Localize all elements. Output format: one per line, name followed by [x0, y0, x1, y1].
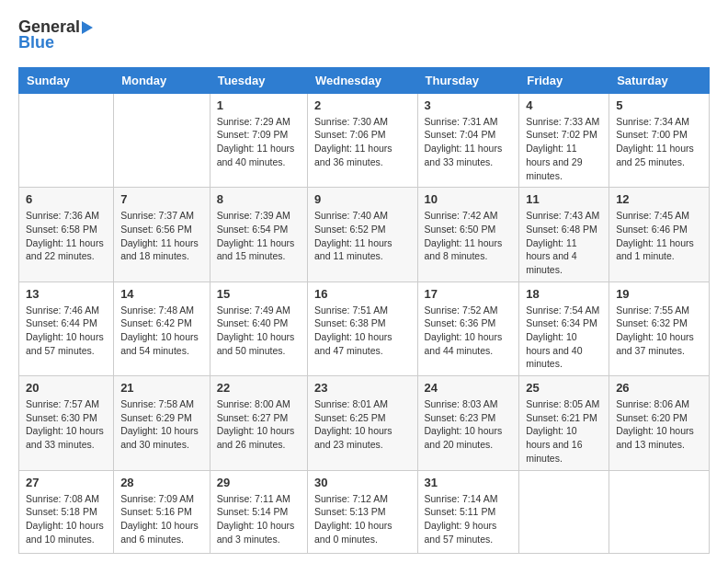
- day-detail: Sunrise: 7:42 AMSunset: 6:50 PMDaylight:…: [425, 209, 513, 263]
- day-number: 23: [314, 381, 411, 395]
- day-number: 20: [26, 381, 107, 395]
- day-number: 10: [425, 192, 513, 206]
- day-detail: Sunrise: 8:03 AMSunset: 6:23 PMDaylight:…: [425, 397, 513, 452]
- calendar-table: SundayMondayTuesdayWednesdayThursdayFrid…: [18, 67, 710, 554]
- calendar-cell: 12Sunrise: 7:45 AMSunset: 6:46 PMDayligh…: [609, 188, 710, 282]
- calendar-cell: [519, 470, 609, 553]
- calendar-cell: 21Sunrise: 7:58 AMSunset: 6:29 PMDayligh…: [114, 376, 210, 470]
- calendar-cell: 3Sunrise: 7:31 AMSunset: 7:04 PMDaylight…: [417, 93, 519, 187]
- day-detail: Sunrise: 7:43 AMSunset: 6:48 PMDaylight:…: [526, 209, 602, 276]
- calendar-cell: 5Sunrise: 7:34 AMSunset: 7:00 PMDaylight…: [609, 93, 710, 187]
- calendar-cell: [114, 93, 210, 187]
- day-detail: Sunrise: 7:37 AMSunset: 6:56 PMDaylight:…: [120, 209, 203, 263]
- day-number: 26: [616, 381, 702, 395]
- day-detail: Sunrise: 7:55 AMSunset: 6:32 PMDaylight:…: [616, 304, 702, 358]
- day-number: 12: [616, 192, 702, 206]
- weekday-header-friday: Friday: [519, 67, 609, 93]
- calendar-cell: 26Sunrise: 8:06 AMSunset: 6:20 PMDayligh…: [609, 376, 710, 470]
- day-number: 14: [120, 287, 203, 301]
- day-number: 17: [425, 287, 513, 301]
- calendar-cell: 22Sunrise: 8:00 AMSunset: 6:27 PMDayligh…: [210, 376, 307, 470]
- calendar-week-3: 13Sunrise: 7:46 AMSunset: 6:44 PMDayligh…: [19, 282, 710, 375]
- day-detail: Sunrise: 7:33 AMSunset: 7:02 PMDaylight:…: [526, 115, 602, 182]
- page-header: General Blue: [18, 18, 710, 52]
- day-number: 21: [120, 381, 203, 395]
- day-detail: Sunrise: 7:09 AMSunset: 5:16 PMDaylight:…: [120, 492, 203, 546]
- day-detail: Sunrise: 7:12 AMSunset: 5:13 PMDaylight:…: [314, 492, 411, 546]
- calendar-week-1: 1Sunrise: 7:29 AMSunset: 7:09 PMDaylight…: [19, 93, 710, 187]
- calendar-cell: 14Sunrise: 7:48 AMSunset: 6:42 PMDayligh…: [114, 282, 210, 375]
- day-number: 25: [526, 381, 602, 395]
- day-number: 28: [120, 476, 203, 489]
- weekday-header-sunday: Sunday: [19, 67, 114, 93]
- day-detail: Sunrise: 7:40 AMSunset: 6:52 PMDaylight:…: [314, 209, 411, 263]
- day-number: 5: [616, 98, 702, 112]
- day-number: 8: [217, 192, 301, 206]
- calendar-week-5: 27Sunrise: 7:08 AMSunset: 5:18 PMDayligh…: [19, 470, 710, 553]
- calendar-cell: 10Sunrise: 7:42 AMSunset: 6:50 PMDayligh…: [417, 188, 519, 282]
- day-detail: Sunrise: 8:05 AMSunset: 6:21 PMDaylight:…: [526, 397, 602, 465]
- calendar-week-2: 6Sunrise: 7:36 AMSunset: 6:58 PMDaylight…: [19, 188, 710, 282]
- weekday-header-saturday: Saturday: [609, 67, 710, 93]
- day-number: 24: [425, 381, 513, 395]
- calendar-cell: [19, 93, 114, 187]
- day-number: 9: [314, 192, 411, 206]
- day-number: 27: [26, 476, 107, 489]
- calendar-cell: 27Sunrise: 7:08 AMSunset: 5:18 PMDayligh…: [19, 470, 114, 553]
- day-number: 18: [526, 287, 602, 301]
- calendar-cell: 24Sunrise: 8:03 AMSunset: 6:23 PMDayligh…: [417, 376, 519, 470]
- calendar-cell: 8Sunrise: 7:39 AMSunset: 6:54 PMDaylight…: [210, 188, 307, 282]
- calendar-cell: 31Sunrise: 7:14 AMSunset: 5:11 PMDayligh…: [417, 470, 519, 553]
- day-number: 1: [217, 98, 301, 112]
- calendar-cell: 23Sunrise: 8:01 AMSunset: 6:25 PMDayligh…: [307, 376, 417, 470]
- day-detail: Sunrise: 7:45 AMSunset: 6:46 PMDaylight:…: [616, 209, 702, 263]
- day-detail: Sunrise: 7:30 AMSunset: 7:06 PMDaylight:…: [314, 115, 411, 169]
- day-detail: Sunrise: 7:57 AMSunset: 6:30 PMDaylight:…: [26, 397, 107, 452]
- calendar-cell: 9Sunrise: 7:40 AMSunset: 6:52 PMDaylight…: [307, 188, 417, 282]
- day-number: 7: [120, 192, 203, 206]
- calendar-week-4: 20Sunrise: 7:57 AMSunset: 6:30 PMDayligh…: [19, 376, 710, 470]
- calendar-cell: 13Sunrise: 7:46 AMSunset: 6:44 PMDayligh…: [19, 282, 114, 375]
- day-detail: Sunrise: 7:34 AMSunset: 7:00 PMDaylight:…: [616, 115, 702, 169]
- calendar-cell: 20Sunrise: 7:57 AMSunset: 6:30 PMDayligh…: [19, 376, 114, 470]
- day-detail: Sunrise: 7:29 AMSunset: 7:09 PMDaylight:…: [217, 115, 301, 169]
- calendar-body: 1Sunrise: 7:29 AMSunset: 7:09 PMDaylight…: [19, 93, 710, 553]
- day-number: 22: [217, 381, 301, 395]
- calendar-cell: [609, 470, 710, 553]
- day-number: 19: [616, 287, 702, 301]
- calendar-cell: 6Sunrise: 7:36 AMSunset: 6:58 PMDaylight…: [19, 188, 114, 282]
- weekday-header-monday: Monday: [114, 67, 210, 93]
- day-number: 3: [425, 98, 513, 112]
- calendar-cell: 2Sunrise: 7:30 AMSunset: 7:06 PMDaylight…: [307, 93, 417, 187]
- day-detail: Sunrise: 7:11 AMSunset: 5:14 PMDaylight:…: [217, 492, 301, 546]
- weekday-header-wednesday: Wednesday: [307, 67, 417, 93]
- day-detail: Sunrise: 7:49 AMSunset: 6:40 PMDaylight:…: [217, 304, 301, 358]
- day-detail: Sunrise: 7:54 AMSunset: 6:34 PMDaylight:…: [526, 304, 602, 371]
- calendar-cell: 7Sunrise: 7:37 AMSunset: 6:56 PMDaylight…: [114, 188, 210, 282]
- day-number: 29: [217, 476, 301, 489]
- calendar-cell: 15Sunrise: 7:49 AMSunset: 6:40 PMDayligh…: [210, 282, 307, 375]
- day-detail: Sunrise: 7:46 AMSunset: 6:44 PMDaylight:…: [26, 304, 107, 358]
- calendar-cell: 1Sunrise: 7:29 AMSunset: 7:09 PMDaylight…: [210, 93, 307, 187]
- day-detail: Sunrise: 8:00 AMSunset: 6:27 PMDaylight:…: [217, 397, 301, 452]
- logo: General Blue: [18, 18, 95, 52]
- calendar-header-row: SundayMondayTuesdayWednesdayThursdayFrid…: [19, 67, 710, 93]
- day-detail: Sunrise: 7:58 AMSunset: 6:29 PMDaylight:…: [120, 397, 203, 452]
- day-detail: Sunrise: 7:08 AMSunset: 5:18 PMDaylight:…: [26, 492, 107, 546]
- day-detail: Sunrise: 8:06 AMSunset: 6:20 PMDaylight:…: [616, 397, 702, 452]
- calendar-cell: 4Sunrise: 7:33 AMSunset: 7:02 PMDaylight…: [519, 93, 609, 187]
- day-detail: Sunrise: 7:36 AMSunset: 6:58 PMDaylight:…: [26, 209, 107, 263]
- day-detail: Sunrise: 7:31 AMSunset: 7:04 PMDaylight:…: [425, 115, 513, 169]
- calendar-cell: 25Sunrise: 8:05 AMSunset: 6:21 PMDayligh…: [519, 376, 609, 470]
- calendar-cell: 28Sunrise: 7:09 AMSunset: 5:16 PMDayligh…: [114, 470, 210, 553]
- day-number: 16: [314, 287, 411, 301]
- calendar-cell: 18Sunrise: 7:54 AMSunset: 6:34 PMDayligh…: [519, 282, 609, 375]
- day-detail: Sunrise: 7:51 AMSunset: 6:38 PMDaylight:…: [314, 304, 411, 358]
- day-number: 31: [425, 476, 513, 489]
- day-detail: Sunrise: 7:48 AMSunset: 6:42 PMDaylight:…: [120, 304, 203, 358]
- weekday-header-tuesday: Tuesday: [210, 67, 307, 93]
- calendar-cell: 17Sunrise: 7:52 AMSunset: 6:36 PMDayligh…: [417, 282, 519, 375]
- day-number: 6: [26, 192, 107, 206]
- calendar-cell: 16Sunrise: 7:51 AMSunset: 6:38 PMDayligh…: [307, 282, 417, 375]
- calendar-cell: 11Sunrise: 7:43 AMSunset: 6:48 PMDayligh…: [519, 188, 609, 282]
